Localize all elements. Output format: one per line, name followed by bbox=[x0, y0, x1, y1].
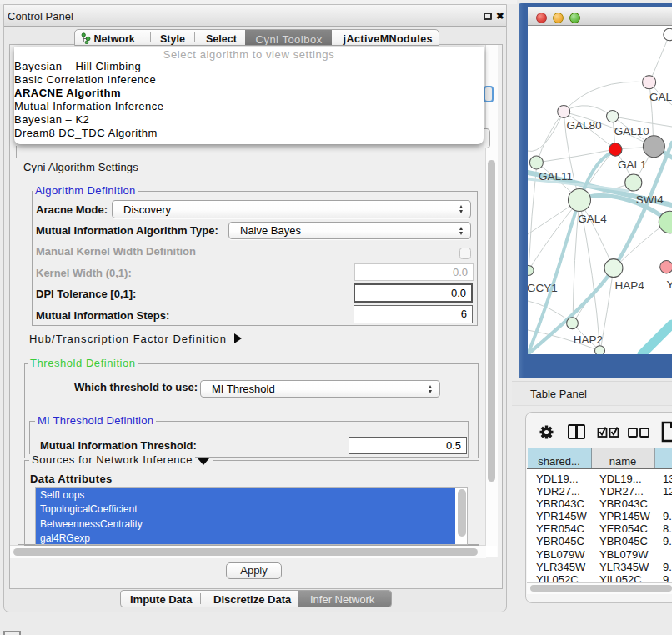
svg-text:GCY1: GCY1 bbox=[528, 282, 558, 294]
svg-text:GAL7: GAL7 bbox=[649, 91, 672, 103]
svg-text:SWI4: SWI4 bbox=[636, 193, 664, 206]
svg-text:HAP4: HAP4 bbox=[614, 279, 644, 292]
svg-text:Y: Y bbox=[666, 278, 672, 291]
svg-text:GAL4: GAL4 bbox=[578, 212, 607, 225]
svg-text:GAL1: GAL1 bbox=[618, 158, 647, 171]
svg-text:HAP2: HAP2 bbox=[574, 333, 603, 346]
svg-text:GAL80: GAL80 bbox=[567, 119, 602, 132]
svg-text:GAL10: GAL10 bbox=[614, 125, 649, 138]
svg-text:GAL11: GAL11 bbox=[539, 170, 573, 182]
